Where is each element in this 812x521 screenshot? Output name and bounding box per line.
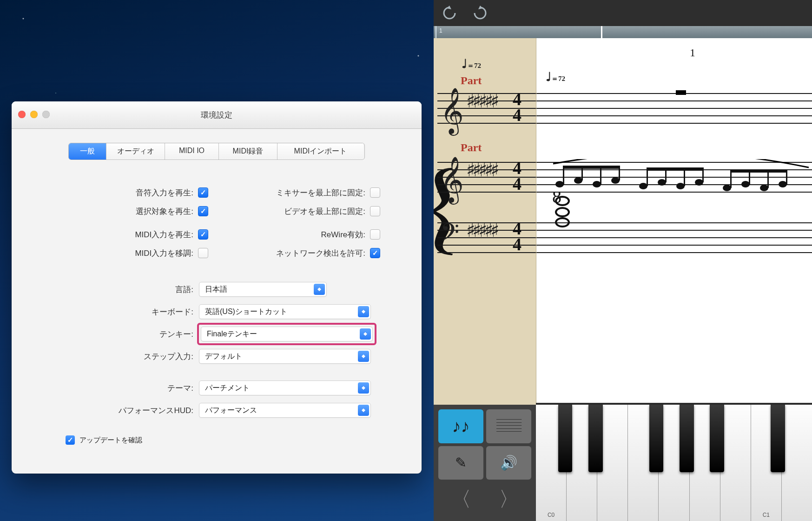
chevron-updown-icon: [358, 351, 369, 362]
undo-button[interactable]: [441, 5, 458, 21]
staff-2-treble[interactable]: 𝄞 ♯♯♯♯♯ 44: [437, 162, 536, 193]
checkbox-play-midi-input[interactable]: [198, 229, 208, 240]
svg-point-15: [695, 179, 703, 186]
whole-note-chord: 8: [549, 193, 582, 244]
piano-key-black[interactable]: [558, 405, 573, 472]
select-theme[interactable]: パーチメント: [199, 381, 371, 395]
staff-3-bass[interactable]: 𝄢 ♯♯♯♯♯ 44: [437, 222, 536, 253]
select-keyboard-value: 英語(US)ショートカット: [205, 307, 287, 317]
label-play-selection: 選択対象を再生:: [28, 206, 198, 217]
page-staff-1[interactable]: [536, 93, 812, 124]
piano-key-black[interactable]: [710, 405, 724, 472]
preferences-window: 環境設定 一般 オーディオ MIDI IO MIDI録音 MIDIインポート 音…: [12, 101, 422, 474]
music-app-window: 1 ♩＝72 Part 𝄞 ♯♯♯♯♯ 44 Part 𝄔 𝄞 ♯♯♯♯♯: [434, 0, 812, 521]
tempo-marking-page: ♩＝72: [546, 70, 565, 84]
checkbox-video-on-top[interactable]: [370, 206, 380, 216]
time-signature: 44: [513, 220, 522, 252]
chevron-updown-icon: [358, 382, 369, 394]
piano-key-label: C0: [536, 512, 566, 518]
pencil-button[interactable]: ✎: [438, 446, 483, 480]
quarter-note-icon: ♩: [546, 70, 551, 84]
checkbox-allow-network[interactable]: [370, 248, 380, 258]
window-zoom-button[interactable]: [42, 111, 50, 118]
svg-point-13: [676, 183, 685, 189]
part-label-1: Part: [461, 74, 482, 87]
svg-point-2: [574, 177, 582, 184]
piano-key-black[interactable]: [680, 405, 694, 472]
time-signature: 44: [513, 91, 522, 123]
score-area: ♩＝72 Part 𝄞 ♯♯♯♯♯ 44 Part 𝄔 𝄞 ♯♯♯♯♯ 44: [434, 38, 812, 521]
tempo-marking-gutter: ♩＝72: [462, 57, 481, 71]
label-numpad: テンキー:: [28, 329, 199, 340]
chord-entry-button[interactable]: 𝄚𝄚: [486, 409, 531, 443]
piano-key-black[interactable]: [771, 405, 785, 472]
prev-button[interactable]: 〈: [438, 482, 483, 516]
label-perf-hud: パフォーマンスHUD:: [28, 405, 199, 416]
label-allow-network: ネットワーク検出を許可:: [217, 248, 370, 259]
select-numpad[interactable]: Finaleテンキー: [201, 327, 373, 341]
checkbox-check-updates[interactable]: [66, 435, 75, 445]
piano-key-white[interactable]: [782, 405, 812, 521]
tab-midi-io[interactable]: MIDI IO: [165, 143, 218, 160]
staff-1-treble[interactable]: 𝄞 ♯♯♯♯♯ 44: [437, 93, 536, 124]
label-keyboard: キーボード:: [28, 307, 199, 317]
tab-midi-import[interactable]: MIDIインポート: [277, 143, 363, 160]
label-language: 言語:: [28, 284, 199, 295]
svg-rect-26: [730, 169, 787, 173]
tab-audio[interactable]: オーディオ: [106, 143, 165, 160]
select-language[interactable]: 日本語: [199, 282, 327, 297]
window-title: 環境設定: [12, 110, 422, 120]
label-rewire: ReWire有効:: [217, 229, 370, 240]
select-perf-hud-value: パフォーマンス: [205, 406, 257, 415]
chevron-updown-icon: [358, 405, 369, 416]
tab-midi-record[interactable]: MIDI録音: [218, 143, 277, 160]
select-theme-value: パーチメント: [205, 383, 250, 393]
checkbox-mixer-on-top[interactable]: [370, 187, 380, 198]
checkbox-transpose-midi-input[interactable]: [198, 248, 208, 258]
svg-point-22: [760, 185, 768, 191]
page-staff-3[interactable]: 8: [536, 222, 812, 253]
svg-point-9: [639, 183, 647, 189]
ruler-marker: 1: [439, 27, 442, 34]
note-entry-button[interactable]: ♪♪: [438, 409, 483, 443]
svg-point-11: [658, 179, 666, 186]
piano-key-black[interactable]: [588, 405, 603, 472]
svg-point-20: [741, 181, 750, 187]
piano-key-black[interactable]: [649, 405, 664, 472]
select-numpad-value: Finaleテンキー: [207, 329, 257, 339]
piano-keyboard[interactable]: C0 C1: [536, 403, 812, 521]
label-mixer-on-top: ミキサーを最上部に固定:: [217, 187, 370, 198]
redo-button[interactable]: [472, 5, 489, 21]
svg-point-29: [556, 218, 569, 227]
window-close-button[interactable]: [18, 111, 26, 118]
piano-key-label: C1: [751, 512, 781, 518]
checkbox-play-note-entry[interactable]: [198, 187, 208, 198]
key-signature-sharps: ♯♯♯♯♯: [466, 90, 496, 112]
checkbox-rewire[interactable]: [370, 229, 380, 240]
page-staff-2[interactable]: [536, 162, 812, 193]
svg-point-0: [555, 181, 564, 187]
whole-rest-icon: [676, 90, 686, 95]
next-button[interactable]: 〉: [486, 482, 531, 516]
piano-key-white[interactable]: [720, 405, 751, 521]
chevron-updown-icon: [360, 328, 371, 340]
sound-button[interactable]: 🔊: [486, 446, 531, 480]
svg-point-6: [611, 177, 620, 184]
preferences-tabs: 一般 オーディオ MIDI IO MIDI録音 MIDIインポート: [68, 143, 365, 160]
preferences-content: 一般 オーディオ MIDI IO MIDI録音 MIDIインポート 音符入力を再…: [12, 129, 422, 473]
chevron-updown-icon: [358, 306, 369, 317]
window-minimize-button[interactable]: [30, 111, 38, 118]
app-toolbar: [434, 0, 812, 26]
select-perf-hud[interactable]: パフォーマンス: [199, 403, 371, 418]
svg-point-4: [593, 181, 601, 187]
select-keyboard[interactable]: 英語(US)ショートカット: [199, 304, 371, 319]
tab-general[interactable]: 一般: [69, 143, 106, 160]
chevron-updown-icon: [314, 284, 325, 295]
quarter-note-icon: ♩: [462, 57, 467, 71]
svg-point-18: [723, 185, 731, 191]
timeline-ruler[interactable]: 1: [434, 26, 812, 38]
select-step-input[interactable]: デフォルト: [199, 349, 371, 364]
checkbox-play-selection[interactable]: [198, 206, 208, 216]
label-video-on-top: ビデオを最上部に固定:: [217, 206, 370, 217]
label-play-midi-input: MIDI入力を再生:: [28, 229, 198, 240]
